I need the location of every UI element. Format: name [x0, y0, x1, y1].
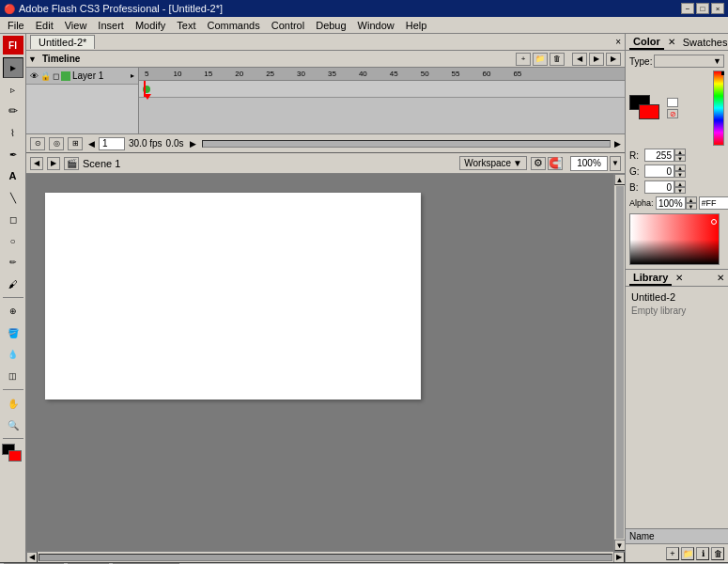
- menu-help[interactable]: Help: [400, 19, 433, 32]
- tool-hand[interactable]: ✋: [3, 393, 23, 414]
- tl-next-frame[interactable]: ▶: [606, 53, 621, 66]
- hscroll-left-btn[interactable]: ◀: [26, 552, 38, 563]
- layer-eye-icon[interactable]: 👁: [30, 71, 39, 81]
- alpha-spin-up[interactable]: ▲: [686, 196, 697, 203]
- scene-prev-btn[interactable]: ◀: [30, 157, 43, 170]
- g-spin-up[interactable]: ▲: [674, 164, 686, 171]
- alpha-input[interactable]: [656, 196, 686, 210]
- vscroll-up-btn[interactable]: ▲: [614, 174, 626, 185]
- lib-new-btn[interactable]: +: [666, 547, 679, 560]
- vscroll-down-btn[interactable]: ▼: [614, 540, 626, 551]
- r-spin-down[interactable]: ▼: [674, 155, 686, 162]
- b-input[interactable]: [644, 180, 674, 194]
- maximize-button[interactable]: □: [696, 3, 709, 14]
- tool-pencil[interactable]: ✏: [3, 252, 23, 273]
- layer-options-icon[interactable]: ▸: [131, 71, 134, 80]
- g-spin-down[interactable]: ▼: [674, 171, 686, 178]
- timeline-expand-icon[interactable]: ▼: [26, 55, 39, 64]
- r-input[interactable]: [644, 149, 674, 162]
- layer-outline-icon[interactable]: ◻: [53, 71, 59, 81]
- scene-snap-icon[interactable]: 🧲: [548, 157, 563, 170]
- menu-edit[interactable]: Edit: [30, 19, 59, 32]
- doc-tab-active[interactable]: Untitled-2*: [30, 35, 95, 49]
- tool-divider-3: [3, 438, 23, 439]
- menu-commands[interactable]: Commands: [201, 19, 265, 32]
- menu-file[interactable]: File: [2, 19, 30, 32]
- fill-color-box[interactable]: [8, 450, 22, 462]
- tool-rect[interactable]: ◻: [3, 209, 23, 229]
- tl-add-layer[interactable]: +: [516, 53, 531, 66]
- menu-insert[interactable]: Insert: [92, 19, 130, 32]
- color-gradient-display[interactable]: [629, 213, 720, 265]
- tl-add-folder[interactable]: 📁: [533, 53, 548, 66]
- layer-name[interactable]: Layer 1: [72, 70, 103, 81]
- menu-modify[interactable]: Modify: [130, 19, 171, 32]
- tool-transform[interactable]: ⊕: [3, 301, 23, 321]
- color-hue-bar[interactable]: [713, 70, 724, 146]
- tl-scrollbar[interactable]: [202, 140, 612, 148]
- tool-eyedropper[interactable]: 💧: [3, 344, 23, 365]
- color-white-icon[interactable]: [667, 98, 678, 107]
- menu-text[interactable]: Text: [171, 19, 201, 32]
- main-container: Fl ▸ ▹ ✏ ⌇ ✒ A ╲ ◻ ○ ✏ 🖌 ⊕ 🪣 💧 ◫ ✋ 🔍 Unt…: [0, 34, 728, 562]
- minimize-button[interactable]: −: [681, 3, 694, 14]
- library-tab[interactable]: Library: [629, 271, 672, 286]
- tool-eraser[interactable]: ◫: [3, 366, 23, 386]
- tl-onion-outlines[interactable]: ◎: [49, 137, 64, 150]
- color-none-icon[interactable]: ⊘: [667, 109, 678, 118]
- fill-swatch[interactable]: [639, 104, 659, 119]
- layer-lock-icon[interactable]: 🔒: [40, 71, 51, 81]
- lib-props-btn[interactable]: ℹ: [696, 547, 709, 560]
- menu-window[interactable]: Window: [352, 19, 400, 32]
- menu-debug[interactable]: Debug: [310, 19, 351, 32]
- zoom-dropdown-btn[interactable]: ▼: [610, 156, 621, 171]
- hscroll-right-btn[interactable]: ▶: [613, 552, 625, 563]
- tl-scroll-right[interactable]: ▶: [614, 139, 621, 149]
- tool-text[interactable]: A: [3, 165, 23, 186]
- lib-folder-btn[interactable]: 📁: [681, 547, 694, 560]
- hex-input[interactable]: [699, 196, 728, 210]
- doc-close-btn[interactable]: ×: [615, 37, 621, 47]
- close-button[interactable]: ×: [711, 3, 724, 14]
- tl-play[interactable]: ▶: [589, 53, 604, 66]
- tool-lasso[interactable]: ⌇: [3, 122, 23, 143]
- menu-control[interactable]: Control: [266, 19, 310, 32]
- color-type-dropdown[interactable]: ▼: [654, 55, 724, 68]
- tl-delete-layer[interactable]: 🗑: [550, 53, 565, 66]
- tl-onion-skin[interactable]: ⊙: [30, 137, 45, 150]
- tl-prev-frame[interactable]: ◀: [572, 53, 587, 66]
- ruler-mark-45: 45: [388, 70, 398, 78]
- tool-fill[interactable]: 🪣: [3, 322, 23, 343]
- vscroll-track[interactable]: [616, 186, 624, 539]
- hscroll-track[interactable]: [39, 554, 612, 561]
- tool-brush[interactable]: 🖌: [3, 274, 23, 294]
- library-close[interactable]: ✕: [717, 273, 724, 283]
- tool-oval[interactable]: ○: [3, 230, 23, 251]
- canvas-h-scrollbar[interactable]: ◀ ▶: [26, 551, 625, 562]
- tool-pen[interactable]: ✒: [3, 144, 23, 164]
- canvas-area[interactable]: [26, 174, 613, 551]
- canvas-v-scrollbar[interactable]: ▲ ▼: [613, 174, 625, 551]
- swatches-tab[interactable]: Swatches: [679, 36, 728, 49]
- scene-settings-icon[interactable]: ⚙: [531, 157, 546, 170]
- tool-line[interactable]: ╲: [3, 187, 23, 208]
- tl-edit-markers[interactable]: ⊞: [68, 137, 83, 150]
- color-tab[interactable]: Color: [629, 35, 664, 50]
- b-spin-down[interactable]: ▼: [674, 187, 686, 194]
- tool-subselect[interactable]: ▹: [3, 79, 23, 100]
- tool-freedraw[interactable]: ✏: [3, 101, 23, 121]
- menu-view[interactable]: View: [59, 19, 93, 32]
- b-spin-up[interactable]: ▲: [674, 180, 686, 187]
- lib-delete-btn[interactable]: 🗑: [711, 547, 724, 560]
- tool-zoom[interactable]: 🔍: [3, 415, 23, 435]
- g-input[interactable]: [644, 164, 674, 178]
- fl-logo: Fl: [3, 36, 23, 55]
- alpha-spin-down[interactable]: ▼: [686, 203, 697, 210]
- workspace-btn[interactable]: Workspace ▼: [459, 156, 527, 170]
- scene-next-btn[interactable]: ▶: [47, 157, 60, 170]
- r-spin-up[interactable]: ▲: [674, 149, 686, 155]
- tl-time: 0.0s: [166, 138, 184, 149]
- zoom-input[interactable]: [570, 156, 608, 171]
- tool-arrow[interactable]: ▸: [3, 57, 23, 78]
- scene-icon-btn[interactable]: 🎬: [64, 157, 79, 170]
